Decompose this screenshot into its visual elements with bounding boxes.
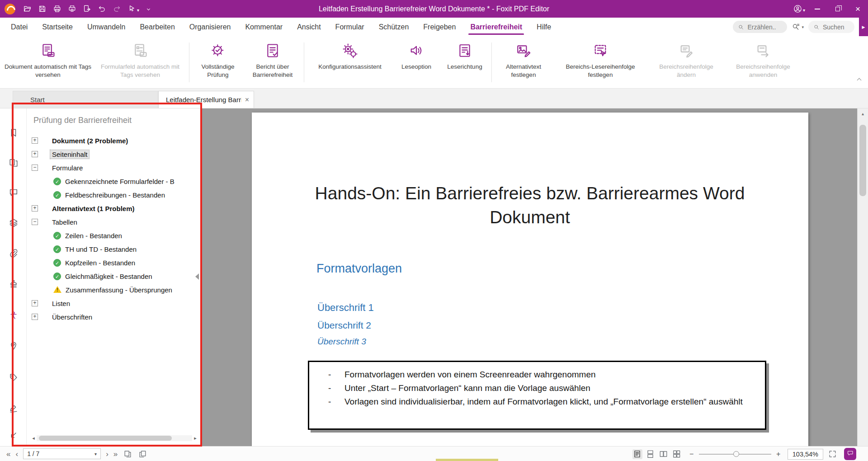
collapse-icon[interactable]: − <box>32 165 38 171</box>
next-page-button[interactable]: › <box>106 450 108 458</box>
menu-tab-kommentar[interactable]: Kommentar <box>238 18 290 36</box>
fullscreen-icon[interactable] <box>827 449 837 459</box>
tab-start[interactable]: Start <box>13 91 158 108</box>
find-replace-button[interactable]: ▾ <box>792 23 804 31</box>
ribbon-button-accessibility-report[interactable]: Bericht über Barrierefreiheit <box>245 38 300 86</box>
ribbon-button-auto-tag-formfield[interactable]: Formularfeld automatisch mit Tags verseh… <box>95 38 185 86</box>
attachments-icon[interactable] <box>4 244 23 263</box>
tree-item[interactable]: +Seiteninhalt <box>27 147 200 161</box>
menu-tab-datei[interactable]: Datei <box>4 18 35 36</box>
zoom-out-button[interactable]: − <box>689 450 695 458</box>
tree-item[interactable]: ✓Gekennzeichnete Formularfelder - B <box>27 174 200 188</box>
tree-item[interactable]: ✓Gleichmäßigkeit - Bestanden <box>27 269 200 283</box>
last-page-button[interactable]: » <box>113 450 118 458</box>
ribbon-button-setup-assistant[interactable]: Konfigurationsassistent <box>307 38 392 86</box>
document-view-area[interactable]: Hands-On: Ein Barrierefreies bzw. Barrie… <box>202 108 857 446</box>
scroll-left-icon[interactable]: ◂ <box>30 435 37 441</box>
tree-item[interactable]: +Listen <box>27 296 200 310</box>
share-icon[interactable] <box>80 3 94 15</box>
ribbon-button-apply-region-order[interactable]: Bereichsreihenfolge anwenden <box>726 38 800 86</box>
ribbon-button-reading-direction[interactable]: Leserichtung <box>439 38 490 86</box>
tree-item[interactable]: ✓Zeilen - Bestanden <box>27 229 200 242</box>
collapse-icon[interactable]: − <box>32 219 38 225</box>
undo-icon[interactable] <box>94 3 109 15</box>
ribbon-button-set-region-reading-order[interactable]: Bereichs-Lesereihenfolge festlegen <box>555 38 646 86</box>
tool-dropdown-icon[interactable]: ▾ <box>137 8 139 13</box>
tab-active-document[interactable]: Leitfaden-Erstellung Barri... × <box>158 91 254 108</box>
tags-icon[interactable] <box>4 367 23 387</box>
restore-button[interactable] <box>827 0 848 18</box>
foxit-logo-icon[interactable] <box>5 4 15 14</box>
redo-icon[interactable] <box>109 3 124 15</box>
tree-item[interactable]: +Überschriften <box>27 310 200 324</box>
zoom-in-button[interactable]: + <box>775 450 782 458</box>
tree-item[interactable]: −Formulare <box>27 161 200 174</box>
menu-tab-barrierefreiheit[interactable]: Barrierefreiheit <box>463 18 529 36</box>
tree-item[interactable]: +Dokument (2 Probleme) <box>27 134 200 147</box>
tree-item[interactable]: −Tabellen <box>27 215 200 229</box>
menu-tab-schützen[interactable]: Schützen <box>372 18 416 36</box>
expand-toolbar-button[interactable]: ▶ <box>859 18 868 36</box>
comments-icon[interactable] <box>4 183 23 202</box>
scrollbar-track[interactable] <box>37 435 192 441</box>
next-view-icon[interactable] <box>137 449 147 459</box>
tell-me-search[interactable]: Erzählen.. <box>733 21 787 33</box>
first-page-button[interactable]: « <box>6 450 10 458</box>
previous-view-icon[interactable] <box>123 449 132 459</box>
close-button[interactable]: × <box>848 0 868 18</box>
scrollbar-thumb[interactable] <box>859 125 866 196</box>
menu-tab-startseite[interactable]: Startseite <box>35 18 80 36</box>
scroll-right-icon[interactable]: ▸ <box>192 435 198 441</box>
accessibility-check-icon[interactable] <box>4 306 23 325</box>
corner-arrow-icon[interactable] <box>4 425 23 445</box>
ribbon-button-read-option[interactable]: Leseoption <box>395 38 438 86</box>
zoom-level-box[interactable]: 103,54% <box>788 449 823 460</box>
save-icon[interactable] <box>35 3 50 15</box>
expand-icon[interactable]: + <box>32 137 38 144</box>
layers-icon[interactable] <box>4 213 23 232</box>
stamps-icon[interactable] <box>4 274 23 293</box>
page-thumbnails-icon[interactable] <box>4 153 23 173</box>
grid-view-icon[interactable] <box>672 449 682 459</box>
zoom-slider-thumb[interactable] <box>733 451 739 457</box>
menu-tab-ansicht[interactable]: Ansicht <box>290 18 328 36</box>
menu-tab-formular[interactable]: Formular <box>328 18 372 36</box>
tree-item[interactable]: ✓Feldbeschreibungen - Bestanden <box>27 188 200 202</box>
open-file-icon[interactable] <box>20 3 35 15</box>
expand-icon[interactable]: + <box>32 205 38 212</box>
menu-tab-hilfe[interactable]: Hilfe <box>529 18 558 36</box>
collapse-ribbon-icon[interactable] <box>858 75 861 84</box>
print-icon[interactable] <box>50 3 65 15</box>
ribbon-button-change-region-order[interactable]: Bereichsreihenfolge ändern <box>649 38 723 86</box>
previous-page-button[interactable]: ‹ <box>15 450 18 458</box>
ribbon-button-auto-tag-document[interactable]: Dokument automatisch mit Tags versehen <box>4 38 92 86</box>
pdf-page[interactable]: Hands-On: Ein Barrierefreies bzw. Barrie… <box>252 113 808 446</box>
bookmarks-icon[interactable] <box>4 123 23 142</box>
continuous-view-icon[interactable] <box>646 449 656 459</box>
minimize-button[interactable] <box>807 0 827 18</box>
ribbon-button-full-check[interactable]: Vollständige Prüfung <box>193 38 242 86</box>
tree-item[interactable]: !Zusammenfassung - Übersprungen <box>27 283 200 296</box>
signature-icon[interactable] <box>4 399 23 418</box>
ribbon-button-set-alt-text[interactable]: Alternativtext festlegen <box>496 38 551 86</box>
expand-icon[interactable]: + <box>32 300 38 306</box>
expand-icon[interactable]: + <box>32 151 38 157</box>
account-dropdown-icon[interactable]: ▾ <box>803 8 805 13</box>
toolbar-overflow-icon[interactable] <box>141 3 156 15</box>
collapse-panel-icon[interactable] <box>195 273 199 280</box>
vertical-scrollbar[interactable]: ▴ <box>857 108 868 446</box>
menu-tab-umwandeln[interactable]: Umwandeln <box>80 18 132 36</box>
assistant-button[interactable] <box>844 448 856 460</box>
close-tab-icon[interactable]: × <box>241 96 249 104</box>
destinations-icon[interactable] <box>4 336 23 355</box>
tree-item[interactable]: +Alternativtext (1 Problem) <box>27 202 200 215</box>
panel-horizontal-scrollbar[interactable]: ◂ ▸ <box>30 435 198 442</box>
page-number-box[interactable]: 1 / 7 ▾ <box>23 448 101 459</box>
tree-item[interactable]: ✓Kopfzeilen - Bestanden <box>27 256 200 269</box>
tree-item[interactable]: ✓TH und TD - Bestanden <box>27 242 200 256</box>
facing-view-icon[interactable] <box>659 449 669 459</box>
quick-print-icon[interactable] <box>65 3 80 15</box>
single-page-view-icon[interactable] <box>632 449 642 459</box>
zoom-slider[interactable] <box>699 450 771 459</box>
scroll-up-icon[interactable]: ▴ <box>858 108 868 118</box>
